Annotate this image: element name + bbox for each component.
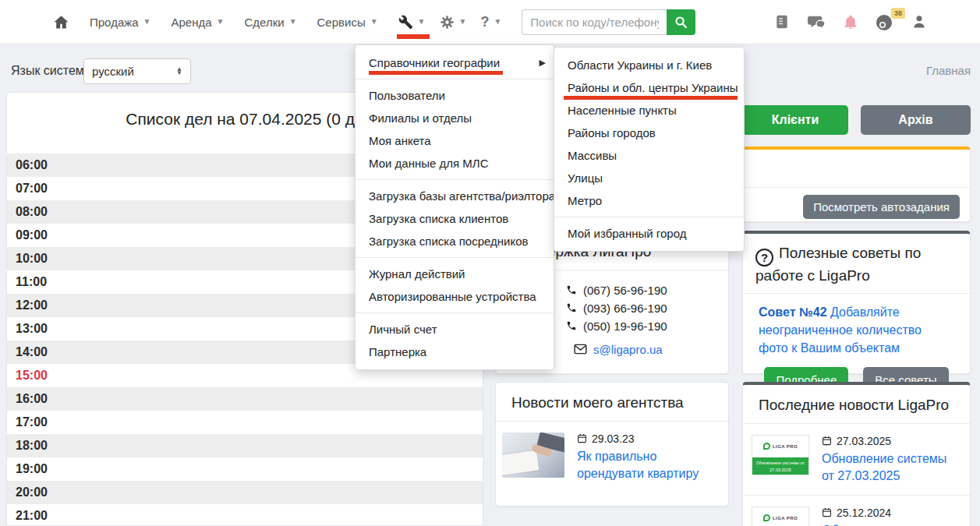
time-row[interactable]: 18:00 — [7, 434, 483, 457]
chevron-down-icon: ▼ — [289, 18, 297, 26]
ligapro-logo-text: LIGA PRO — [773, 444, 798, 449]
menu-item-my-profile[interactable]: Моя анкета — [356, 129, 554, 152]
submenu-item-metro[interactable]: Метро — [554, 189, 744, 212]
submenu-item-districts-centers[interactable]: Районы и обл. центры Украины — [554, 76, 744, 99]
liga-news-panel: Последние новости LigaPro LIGA PRO Обнов… — [742, 382, 971, 526]
journal-icon[interactable] — [774, 13, 790, 30]
chevron-down-icon: ▼ — [143, 18, 151, 26]
help-icon: ? — [480, 14, 489, 30]
top-navbar: Продажа ▼ Аренда ▼ Сделки ▼ Сервисы ▼ ▼ — [0, 0, 980, 44]
clients-button[interactable]: Клієнти — [742, 105, 848, 135]
submenu-arrow-icon: ▶ — [540, 51, 546, 74]
envelope-icon — [574, 344, 587, 355]
time-row[interactable]: 21:00 — [7, 504, 483, 526]
archive-button[interactable]: Архів — [861, 105, 971, 135]
nav-label: Продажа — [90, 16, 139, 29]
chevron-down-icon: ▼ — [217, 18, 225, 26]
breadcrumb[interactable]: Главная — [926, 64, 971, 77]
calendar-icon — [577, 433, 587, 443]
submenu-item-favorite-city[interactable]: Мой избранный город — [554, 222, 744, 245]
active-underline — [369, 71, 503, 75]
nav-item-services[interactable]: Сервисы ▼ — [317, 0, 378, 44]
bell-icon[interactable] — [843, 13, 858, 30]
search-box — [522, 9, 695, 35]
news-link[interactable]: Обновление системы от 27.03.2025 — [822, 450, 959, 485]
chevron-down-icon: ▼ — [494, 18, 501, 26]
news-date: 27.03.2025 — [837, 435, 891, 447]
nav-item-help[interactable]: ? ▼ — [480, 0, 501, 44]
submenu-item-streets[interactable]: Улицы — [554, 167, 744, 189]
news-thumbnail[interactable]: LIGA PRO Обновление системы от27.03.2025 — [752, 435, 809, 475]
tips-title: ?Полезные советы по работе с LigaPro — [743, 234, 970, 293]
tips-panel: ?Полезные советы по работе с LigaPro Сов… — [742, 231, 971, 374]
menu-item-upload-clients[interactable]: Загрузка списка клиентов — [356, 207, 554, 230]
news-date: 29.03.23 — [592, 432, 635, 445]
chevron-down-icon: ▼ — [459, 18, 467, 26]
active-menu-underline — [397, 34, 430, 39]
menu-item-upload-intermediaries[interactable]: Загрузка списка посредников — [356, 230, 554, 252]
chevron-down-icon: ▼ — [370, 18, 378, 26]
menu-item-upload-agency-base[interactable]: Загрузка базы агентства/риэлтора — [356, 185, 554, 207]
time-row[interactable]: 17:00 — [7, 411, 483, 434]
phone-icon — [566, 284, 577, 295]
nav-item-tools-menu[interactable]: ▼ — [398, 0, 426, 44]
search-input[interactable] — [522, 9, 667, 35]
chat-icon[interactable] — [806, 13, 826, 30]
tip-text: Совет №42 Добавляйте неограниченное коли… — [743, 294, 970, 358]
submenu-item-regions-kyiv[interactable]: Области Украины и г. Киев — [554, 54, 744, 76]
menu-item-partnership[interactable]: Партнерка — [356, 341, 554, 363]
news-thumbnail[interactable]: LIGA PRO Обновление системы от25.12.2024 — [752, 507, 809, 526]
menu-item-authorized-devices[interactable]: Авторизированные устройства — [356, 285, 554, 308]
liga-news-title: Последние новости LigaPro — [743, 385, 970, 423]
menu-item-action-log[interactable]: Журнал действий — [356, 263, 554, 285]
tip-label: Совет №42 — [759, 305, 827, 319]
news-link[interactable]: Обновление системы от — [822, 522, 959, 526]
news-link[interactable]: Як правильно орендувати квартиру — [577, 448, 717, 483]
phone-icon — [566, 302, 577, 313]
view-autotasks-button[interactable]: Посмотреть автозадания — [803, 195, 960, 219]
submenu-item-settlements[interactable]: Населенные пункты — [554, 99, 744, 122]
news-item: LIGA PRO Обновление системы от25.12.2024… — [743, 496, 970, 526]
menu-divider — [356, 312, 554, 313]
news-date-row: 27.03.2025 — [822, 435, 959, 447]
phone-number[interactable]: (093) 66-96-190 — [583, 302, 667, 315]
nav-item-rent[interactable]: Аренда ▼ — [172, 0, 225, 44]
home-button[interactable] — [53, 0, 69, 44]
nav-label: Аренда — [172, 16, 212, 29]
time-row[interactable]: 20:00 — [7, 481, 483, 504]
menu-item-users[interactable]: Пользователи — [356, 84, 554, 107]
menu-item-geography-directories[interactable]: Справочники географии ▶ — [356, 51, 554, 74]
phone-number[interactable]: (050) 19-96-190 — [583, 319, 667, 333]
submenu-item-city-districts[interactable]: Районы городов — [554, 122, 744, 144]
time-row[interactable]: 16:00 — [7, 387, 483, 411]
menu-item-label: Справочники географии — [369, 56, 500, 69]
nav-item-settings[interactable]: ▼ — [440, 0, 467, 44]
menu-item-mls-data[interactable]: Мои данные для МЛС — [356, 152, 554, 175]
nav-item-sales[interactable]: Продажа ▼ — [90, 0, 151, 44]
wrench-icon — [398, 15, 413, 30]
phone-icon — [566, 320, 577, 331]
email-link[interactable]: s@ligapro.ua — [593, 343, 663, 356]
select-arrows-icon: ▲▼ — [176, 68, 182, 76]
search-button[interactable] — [667, 9, 695, 35]
nav-item-deals[interactable]: Сделки ▼ — [245, 0, 297, 44]
news-item: 29.03.23 Як правильно орендувати квартир… — [496, 422, 728, 492]
user-icon[interactable] — [911, 13, 927, 30]
time-row[interactable]: 19:00 — [7, 457, 483, 481]
home-icon — [53, 14, 69, 30]
calendar-icon — [822, 436, 832, 446]
calendar-icon — [822, 507, 832, 517]
news-date-row: 25.12.2024 — [822, 507, 959, 519]
submenu-item-label: Районы и обл. центры Украины — [568, 81, 738, 94]
news-thumbnail[interactable] — [502, 432, 564, 478]
phone-number[interactable]: (067) 56-96-190 — [583, 284, 667, 297]
ligapro-logo-text: LIGA PRO — [773, 516, 798, 521]
navbar-right-icons: 38 — [774, 12, 980, 32]
submenu-item-massifs[interactable]: Массивы — [554, 144, 744, 167]
menu-divider — [356, 179, 554, 180]
language-select[interactable]: русский ▲▼ — [83, 58, 191, 84]
nav-label: Сделки — [245, 16, 285, 29]
menu-item-branches[interactable]: Филиалы и отделы — [356, 107, 554, 129]
balance-icon[interactable]: 38 — [875, 12, 895, 32]
menu-item-personal-account[interactable]: Личный счет — [356, 318, 554, 341]
